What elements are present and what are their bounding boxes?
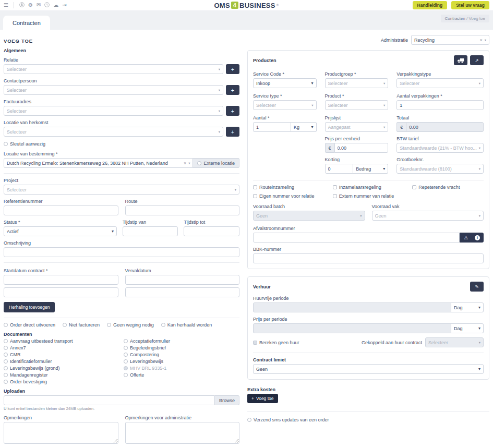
- contactpersoon-select[interactable]: Selecteer ▾: [4, 85, 223, 95]
- caret-down-icon: ▾: [383, 81, 385, 86]
- kan-herhaald-worden-checkbox[interactable]: Kan herhaald worden: [161, 322, 212, 328]
- doc-checkbox[interactable]: Identificatieformulier: [4, 359, 118, 364]
- browse-button[interactable]: Browse: [215, 395, 239, 405]
- breadcrumb[interactable]: Contracten / Voeg toe: [441, 15, 489, 22]
- cloud-icon[interactable]: ☁: [53, 3, 58, 8]
- administratie-select[interactable]: Recycling × ▾: [411, 35, 489, 45]
- prijs-per-eenheid-input[interactable]: [334, 143, 389, 153]
- doc-checkbox[interactable]: Mandagenregister: [4, 372, 118, 378]
- bereken-geen-huur-checkbox[interactable]: Bereken geen huur: [253, 340, 299, 345]
- doc-checkbox[interactable]: CMR: [4, 352, 118, 357]
- aantal-verpakkingen-label: Aantal verpakkingen *: [396, 93, 484, 99]
- logo-business: BUSINESS: [239, 2, 275, 9]
- logout-icon[interactable]: ⇥: [62, 3, 66, 8]
- doc-checkbox[interactable]: Order bevestiging: [4, 379, 118, 384]
- aantal-verpakkingen-input[interactable]: [396, 100, 484, 110]
- administratie-label: Administratie: [381, 38, 408, 43]
- prijs-per-periode-unit-select[interactable]: Dag ▾: [451, 323, 484, 333]
- huurvrije-periode-unit-select[interactable]: Dag ▾: [451, 302, 484, 312]
- verpakkingstype-select[interactable]: Selecteer ▾: [396, 78, 484, 88]
- user-icon[interactable]: [19, 2, 25, 8]
- service-type-select[interactable]: Selecteer ▾: [253, 100, 317, 110]
- doc-checkbox[interactable]: Offerte: [124, 372, 238, 378]
- opmerkingen-textarea[interactable]: [4, 422, 118, 444]
- breadcrumb-parent[interactable]: Contracten: [445, 16, 465, 21]
- tijdstip-van-input[interactable]: [123, 226, 178, 236]
- tijdstip-tot-input[interactable]: [184, 226, 239, 236]
- plus-icon: +: [251, 396, 254, 401]
- gear-icon[interactable]: ⚙: [28, 3, 33, 8]
- sleutel-aanwezig-checkbox[interactable]: Sleutel aanwezig: [4, 141, 45, 147]
- extra-kosten-voeg-toe-button[interactable]: +Voeg toe: [247, 394, 278, 403]
- herhaling-toevoegen-button[interactable]: Herhaling toevoegen: [4, 302, 55, 312]
- service-code-select[interactable]: Inkoop ▾: [253, 78, 317, 88]
- truck-button[interactable]: [454, 55, 467, 65]
- add-relatie-button[interactable]: +: [226, 64, 239, 74]
- doc-checkbox[interactable]: Begeleidingsbrief: [124, 345, 238, 350]
- externe-locatie-checkbox[interactable]: Externe locatie: [193, 158, 239, 168]
- voorraad-vak-select[interactable]: Geen ▾: [372, 211, 484, 221]
- vervaldatum-input[interactable]: [125, 275, 240, 285]
- contract-limiet-select[interactable]: Geen ▾: [253, 364, 484, 374]
- mail-icon[interactable]: ✉: [37, 3, 41, 8]
- add-factuuradres-button[interactable]: +: [226, 106, 239, 116]
- geen-weging-nodig-checkbox[interactable]: Geen weging nodig: [107, 322, 154, 328]
- aantal-input[interactable]: [253, 122, 291, 132]
- doc-checkbox[interactable]: Aanvraag uitbesteed transport: [4, 338, 118, 344]
- product-select[interactable]: Selecteer ▾: [325, 100, 389, 110]
- stel-uw-vraag-button[interactable]: Stel uw vraag: [451, 1, 489, 9]
- omschrijving-input[interactable]: [4, 247, 239, 257]
- clear-icon[interactable]: ×: [184, 161, 186, 166]
- prijslijst-select[interactable]: Aangepast ▾: [325, 122, 389, 132]
- locatie-herkomst-select[interactable]: Selecteer ▾: [4, 127, 223, 137]
- productgroep-select[interactable]: Selecteer ▾: [325, 78, 389, 88]
- expand-button[interactable]: ↗: [470, 55, 484, 65]
- prijs-per-periode-input: [253, 323, 451, 333]
- route-input[interactable]: [125, 205, 240, 215]
- startdatum-input[interactable]: [4, 275, 118, 285]
- btw-tarief-label: BTW tarief: [396, 136, 484, 141]
- vervaldatum-secondary-input[interactable]: [125, 287, 240, 297]
- eigen-nummer-checkbox[interactable]: Eigen nummer voor relatie: [253, 193, 324, 199]
- sms-updates-checkbox[interactable]: Verzend sms updates van een order: [247, 417, 329, 422]
- caret-down-icon: ▾: [478, 305, 480, 310]
- btw-tarief-select[interactable]: Standaardwaarde (21% - BTW hoo... ▾: [396, 143, 484, 153]
- doc-checkbox[interactable]: Acceptatieformulier: [124, 338, 238, 344]
- grootboeknr-select[interactable]: Standaardwaarde (8100) ▾: [396, 164, 484, 174]
- korting-unit-select[interactable]: Bedrag ▾: [353, 164, 388, 174]
- contract-limiet-label: Contract limiet: [253, 357, 484, 362]
- doc-checkbox[interactable]: Leveringsbewijs (grond): [4, 366, 118, 371]
- add-locatie-herkomst-button[interactable]: +: [226, 127, 239, 137]
- status-select[interactable]: Actief ▾: [4, 226, 117, 236]
- tab-contracten[interactable]: Contracten: [3, 16, 50, 30]
- locatie-bestemming-select[interactable]: Dutch Recycling Ermelo: Stenenkamerseweg…: [4, 158, 193, 168]
- korting-input[interactable]: [325, 164, 354, 174]
- hamburger-icon[interactable]: ☰: [4, 3, 8, 8]
- doc-checkbox[interactable]: Leveringsbewijs: [124, 359, 238, 364]
- referentienummer-input[interactable]: [4, 205, 118, 215]
- routeinzameling-checkbox[interactable]: Routeinzameling: [253, 185, 324, 190]
- repeterende-vracht-checkbox[interactable]: Repeterende vracht: [412, 185, 484, 190]
- startdatum-secondary-input[interactable]: [4, 287, 118, 297]
- factuuradres-select[interactable]: Selecteer ▾: [4, 106, 223, 116]
- afvalstroomnummer-input[interactable]: [253, 233, 460, 243]
- extern-nummer-checkbox[interactable]: Extern nummer van relatie: [333, 193, 404, 199]
- edit-verhuur-button[interactable]: ✎: [470, 282, 484, 292]
- project-select[interactable]: Selecteer ▾: [4, 185, 239, 195]
- handleiding-button[interactable]: Handleiding: [413, 1, 448, 9]
- inzamelaarsregeling-checkbox[interactable]: Inzamelaarsregeling: [333, 185, 404, 190]
- opmerkingen-administratie-textarea[interactable]: [125, 422, 240, 444]
- info-button[interactable]: i: [472, 234, 483, 241]
- doc-checkbox[interactable]: Annex7: [4, 345, 118, 350]
- clock-icon[interactable]: [44, 2, 50, 8]
- aantal-unit-select[interactable]: Kg ▾: [291, 122, 317, 132]
- upload-file-input[interactable]: [4, 395, 215, 405]
- clear-icon[interactable]: ×: [479, 38, 482, 43]
- add-contactpersoon-button[interactable]: +: [226, 85, 239, 95]
- niet-factureren-checkbox[interactable]: Niet factureren: [63, 322, 100, 328]
- doc-checkbox[interactable]: Compostering: [124, 352, 238, 357]
- warning-button[interactable]: ⚠: [461, 234, 471, 241]
- bbk-nummer-input[interactable]: [253, 253, 484, 263]
- order-direct-uitvoeren-checkbox[interactable]: Order direct uitvoeren: [4, 322, 55, 328]
- relatie-select[interactable]: Selecteer ▾: [4, 64, 223, 74]
